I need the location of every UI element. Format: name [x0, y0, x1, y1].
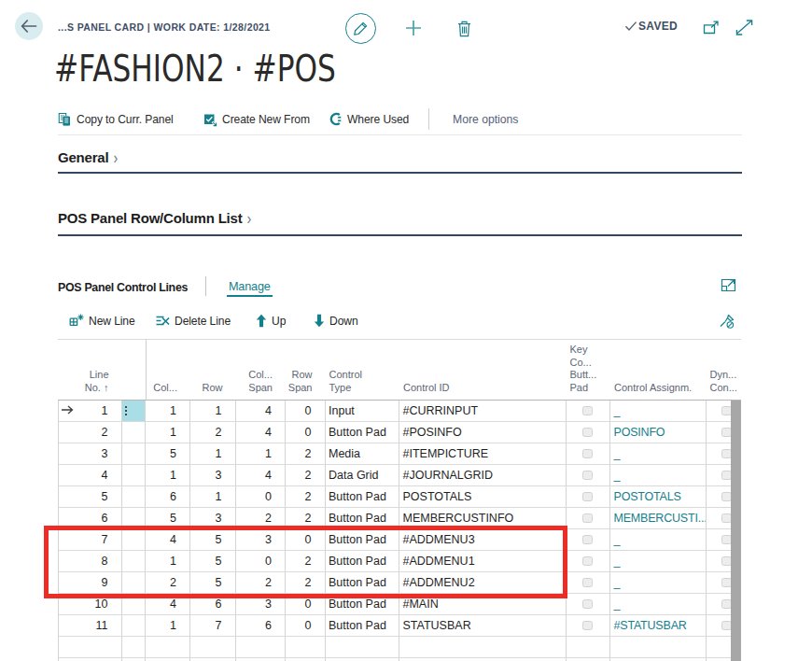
cell-row-span[interactable]: 2: [286, 508, 326, 529]
cell-control-type[interactable]: Button Pad: [326, 615, 400, 637]
cell-line-no[interactable]: 9: [58, 572, 122, 594]
where-used-button[interactable]: Where Used: [329, 111, 409, 127]
cell-control-type[interactable]: Button Pad: [326, 594, 400, 615]
cell-line-no[interactable]: 7: [58, 529, 122, 551]
move-up-button[interactable]: Up: [256, 313, 286, 329]
cell-row-span[interactable]: 0: [286, 529, 326, 551]
row-options-icon[interactable]: [125, 406, 127, 415]
link-control-assignm[interactable]: _: [614, 533, 621, 546]
link-control-assignm[interactable]: _: [614, 576, 621, 589]
checkbox-key-pad[interactable]: [582, 535, 593, 545]
checkbox-key-pad[interactable]: [582, 556, 593, 567]
cell-row-span[interactable]: 2: [286, 572, 326, 594]
open-in-new-window-button[interactable]: [702, 19, 721, 36]
cell-control-type[interactable]: Button Pad: [326, 422, 400, 443]
cell-dots[interactable]: [122, 508, 147, 529]
checkbox-key-pad[interactable]: [582, 621, 593, 631]
cell-key-pad[interactable]: [567, 529, 611, 551]
checkbox-dyn-con[interactable]: [721, 556, 732, 567]
cell-col-span[interactable]: 2: [236, 572, 287, 594]
column-header-control-type[interactable]: Control Type: [326, 369, 400, 401]
cell-row[interactable]: 5: [190, 551, 236, 572]
section-general[interactable]: General ›: [58, 149, 118, 165]
cell-control-id[interactable]: #ADDMENU2: [399, 572, 567, 594]
cell-col[interactable]: 1: [146, 465, 190, 486]
cell-row-span[interactable]: 0: [286, 594, 326, 615]
cell-control-assignm[interactable]: MEMBERCUSTI...: [610, 508, 707, 529]
column-header-col-span[interactable]: Col... Span: [236, 369, 287, 401]
link-control-assignm[interactable]: #STATUSBAR: [614, 619, 687, 632]
cell-col-span[interactable]: 2: [236, 508, 287, 529]
checkbox-key-pad[interactable]: [582, 492, 593, 502]
cell-key-pad[interactable]: [567, 572, 611, 594]
link-control-assignm[interactable]: POSINFO: [614, 426, 665, 439]
cell-row[interactable]: 6: [190, 594, 236, 615]
cell-key-pad[interactable]: [567, 465, 611, 486]
link-control-assignm[interactable]: MEMBERCUSTI...: [614, 512, 707, 525]
checkbox-key-pad[interactable]: [582, 406, 593, 416]
cell-key-pad[interactable]: [567, 486, 611, 508]
cell-row-span[interactable]: 2: [286, 465, 326, 486]
cell-row[interactable]: 3: [190, 508, 236, 529]
cell-dots[interactable]: [122, 572, 147, 594]
cell-col-span[interactable]: 3: [236, 529, 287, 551]
link-control-assignm[interactable]: _: [614, 404, 621, 417]
cell-control-assignm[interactable]: _: [610, 572, 707, 594]
checkbox-dyn-con[interactable]: [721, 535, 732, 545]
checkbox-key-pad[interactable]: [582, 449, 593, 459]
cell-control-type[interactable]: Button Pad: [326, 508, 400, 529]
column-header-row[interactable]: Row: [190, 382, 236, 401]
cell-col-span[interactable]: 3: [236, 594, 287, 615]
back-button[interactable]: [15, 12, 43, 40]
cell-row[interactable]: 3: [190, 465, 236, 486]
more-options-button[interactable]: More options: [453, 113, 518, 126]
cell-col-span[interactable]: 4: [236, 422, 287, 443]
cell-col[interactable]: 1: [146, 551, 190, 572]
checkbox-dyn-con[interactable]: [721, 621, 732, 631]
cell-line-no[interactable]: 2: [58, 422, 122, 443]
cell-control-type[interactable]: Data Grid: [326, 465, 400, 486]
cell-control-assignm[interactable]: POSTOTALS: [610, 486, 707, 508]
cell-line-no[interactable]: 10: [58, 594, 122, 615]
checkbox-key-pad[interactable]: [582, 513, 593, 524]
cell-control-assignm[interactable]: _: [610, 594, 707, 615]
link-control-assignm[interactable]: _: [614, 447, 621, 460]
add-button[interactable]: [402, 17, 425, 39]
cell-control-id[interactable]: MEMBERCUSTINFO: [399, 508, 567, 529]
cell-dots[interactable]: [122, 443, 147, 465]
cell-dots[interactable]: [122, 529, 147, 551]
column-header-row-span[interactable]: Row Span: [286, 369, 326, 401]
cell-dots[interactable]: [122, 401, 147, 422]
cell-row-span[interactable]: 0: [286, 422, 326, 443]
cell-line-no[interactable]: 4: [58, 465, 122, 486]
cell-col[interactable]: 4: [146, 594, 190, 615]
column-header-key-pad[interactable]: Key Co... Butt... Pad: [567, 344, 611, 401]
cell-control-type[interactable]: Button Pad: [326, 551, 400, 572]
cell-row-span[interactable]: 2: [286, 486, 326, 508]
cell-row[interactable]: 1: [190, 486, 236, 508]
unpin-button[interactable]: [718, 312, 735, 330]
manage-tab[interactable]: Manage: [229, 280, 271, 293]
cell-dots[interactable]: [122, 422, 147, 443]
cell-col-span[interactable]: 4: [236, 465, 287, 486]
link-control-assignm[interactable]: POSTOTALS: [614, 490, 681, 503]
cell-control-type[interactable]: Input: [326, 401, 400, 422]
checkbox-key-pad[interactable]: [582, 578, 593, 588]
cell-row[interactable]: 2: [190, 422, 236, 443]
cell-control-id[interactable]: #MAIN: [399, 594, 567, 615]
cell-control-assignm[interactable]: #STATUSBAR: [610, 615, 707, 637]
cell-control-id[interactable]: #POSINFO: [399, 422, 567, 443]
checkbox-dyn-con[interactable]: [721, 599, 732, 610]
cell-line-no[interactable]: 3: [58, 443, 122, 465]
move-down-button[interactable]: Down: [314, 313, 358, 329]
cell-dots[interactable]: [122, 615, 147, 637]
cell-control-id[interactable]: #JOURNALGRID: [399, 465, 567, 486]
cell-control-assignm[interactable]: _: [610, 401, 707, 422]
cell-row[interactable]: 5: [190, 529, 236, 551]
checkbox-dyn-con[interactable]: [721, 428, 732, 438]
cell-col[interactable]: 5: [146, 508, 190, 529]
checkbox-key-pad[interactable]: [582, 428, 593, 438]
checkbox-dyn-con[interactable]: [721, 578, 732, 588]
cell-line-no[interactable]: 11: [58, 615, 122, 637]
cell-row[interactable]: 7: [190, 615, 236, 637]
